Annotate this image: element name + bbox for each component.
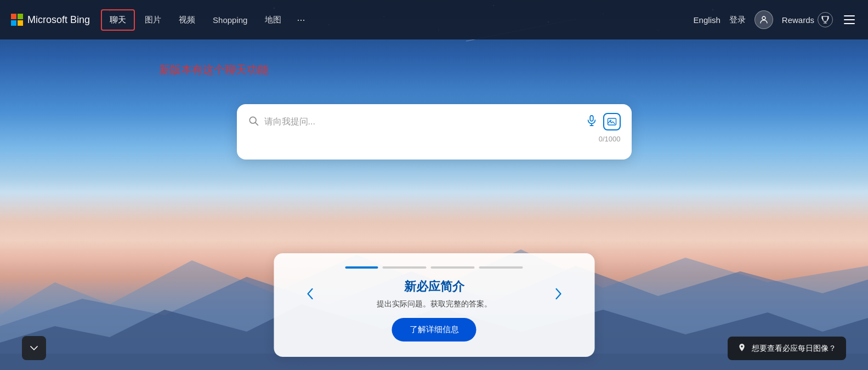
scroll-down-button[interactable] bbox=[22, 336, 46, 360]
language-switcher[interactable]: English bbox=[694, 15, 721, 25]
nav-items: 聊天 图片 视频 Shopping 地图 ··· bbox=[101, 9, 694, 31]
ms-logo-green bbox=[18, 14, 23, 19]
nav-item-images[interactable]: 图片 bbox=[137, 10, 169, 30]
svg-point-18 bbox=[762, 16, 765, 20]
bing-logo-text: Microsoft Bing bbox=[27, 14, 90, 26]
microsoft-logo bbox=[11, 14, 23, 26]
learn-more-button[interactable]: 了解详细信息 bbox=[392, 318, 476, 341]
chevron-down-icon bbox=[29, 343, 39, 353]
card-subtitle: 提出实际问题。获取完整的答案。 bbox=[331, 299, 537, 309]
login-button[interactable]: 登录 bbox=[729, 15, 746, 25]
svg-line-20 bbox=[255, 122, 258, 125]
rewards-button[interactable]: Rewards bbox=[782, 12, 833, 27]
info-card: 新必应简介 提出实际问题。获取完整的答案。 了解详细信息 bbox=[274, 253, 594, 357]
user-avatar[interactable] bbox=[754, 10, 773, 29]
menu-line-3 bbox=[844, 23, 855, 24]
user-icon bbox=[759, 15, 769, 25]
logo[interactable]: Microsoft Bing bbox=[11, 14, 90, 26]
nav-right: English 登录 Rewards bbox=[694, 10, 857, 29]
char-counter: 0/1000 bbox=[248, 135, 621, 143]
annotation-text: 新版本有这个聊天功能 bbox=[159, 62, 269, 77]
image-search-icon[interactable] bbox=[603, 113, 621, 130]
rewards-trophy-icon bbox=[818, 12, 833, 27]
nav-item-shopping[interactable]: Shopping bbox=[205, 11, 255, 29]
svg-point-26 bbox=[741, 345, 742, 347]
dot-1[interactable] bbox=[345, 266, 378, 269]
location-pin-icon bbox=[737, 343, 746, 354]
dot-3[interactable] bbox=[431, 266, 475, 269]
nav-item-maps[interactable]: 地图 bbox=[257, 10, 289, 30]
microphone-icon[interactable] bbox=[586, 115, 598, 129]
nav-item-videos[interactable]: 视频 bbox=[171, 10, 203, 30]
card-prev-button[interactable] bbox=[300, 284, 320, 304]
menu-line-1 bbox=[844, 15, 855, 16]
ms-logo-yellow bbox=[18, 20, 23, 26]
search-icon bbox=[248, 115, 259, 129]
search-container: 0/1000 bbox=[237, 104, 632, 160]
nav-item-chat[interactable]: 聊天 bbox=[101, 9, 135, 31]
card-title: 新必应简介 bbox=[331, 278, 537, 295]
card-pagination-dots bbox=[300, 266, 568, 269]
search-row bbox=[248, 113, 621, 130]
ms-logo-red bbox=[11, 14, 16, 19]
bottom-toast: 想要查看必应每日图像？ bbox=[728, 337, 846, 360]
ms-logo-blue bbox=[11, 20, 16, 26]
search-input[interactable] bbox=[264, 117, 580, 127]
dot-2[interactable] bbox=[383, 266, 427, 269]
card-content: 新必应简介 提出实际问题。获取完整的答案。 bbox=[331, 278, 537, 309]
main-content: 新版本有这个聊天功能 bbox=[0, 39, 868, 370]
dot-4[interactable] bbox=[479, 266, 523, 269]
card-nav-row: 新必应简介 提出实际问题。获取完整的答案。 bbox=[300, 278, 568, 309]
hamburger-menu[interactable] bbox=[842, 12, 857, 27]
card-next-button[interactable] bbox=[548, 284, 568, 304]
svg-rect-21 bbox=[590, 115, 593, 121]
nav-more-button[interactable]: ··· bbox=[291, 10, 310, 30]
menu-line-2 bbox=[844, 19, 855, 20]
navbar: Microsoft Bing 聊天 图片 视频 Shopping 地图 ··· … bbox=[0, 0, 868, 39]
toast-text: 想要查看必应每日图像？ bbox=[752, 344, 836, 354]
